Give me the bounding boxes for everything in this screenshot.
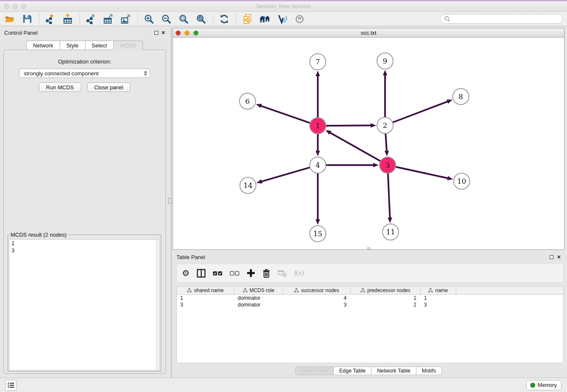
zoom-fit-button[interactable] [178, 13, 189, 25]
zoom-in-button[interactable] [143, 13, 154, 25]
export-image-button[interactable] [120, 13, 131, 25]
vizmapper-icon [277, 14, 287, 24]
tab-select[interactable]: Select [85, 41, 114, 50]
save-icon [22, 14, 32, 24]
table-cell[interactable]: dominator [234, 295, 283, 301]
table-cell[interactable]: 1 [421, 295, 456, 301]
table-row[interactable]: 1dominator411 [177, 295, 563, 301]
control-panel-title: Control Panel [4, 30, 38, 36]
table-settings-button[interactable]: ⚙ [182, 267, 190, 279]
optimization-criterion-label: Optimization criterion: [4, 50, 165, 65]
tab-edge-table[interactable]: Edge Table [334, 367, 372, 375]
graph-edge-3-1[interactable] [330, 133, 381, 161]
graph-edge-1-6[interactable] [260, 106, 310, 123]
column-header-label: predecessor nodes [367, 287, 410, 293]
result-scrollbar[interactable] [156, 240, 160, 370]
status-bar: Memory [0, 378, 567, 392]
tab-mcds[interactable]: MCDS [114, 41, 143, 50]
export-network-button[interactable] [85, 13, 96, 25]
table-cell[interactable]: 3 [421, 301, 456, 308]
graph-edge-4-14[interactable] [261, 167, 310, 182]
close-panel-icon[interactable]: × [162, 31, 165, 35]
table-cell[interactable]: 3 [177, 301, 234, 308]
open-session-button[interactable] [4, 13, 15, 25]
network-window-titlebar[interactable]: × − + scc.txt [173, 28, 564, 38]
network-file-button[interactable] [242, 13, 253, 25]
zoom-out-button[interactable] [161, 13, 172, 25]
column-header-MCDS-role[interactable]: MCDS role [234, 287, 283, 294]
column-header-predecessor-nodes[interactable]: predecessor nodes [351, 287, 421, 294]
column-header-successor-nodes[interactable]: successor nodes [283, 287, 351, 294]
delete-table-button[interactable] [278, 267, 287, 279]
import-table-button[interactable] [62, 13, 73, 25]
float-panel-icon[interactable] [154, 31, 158, 35]
tab-style[interactable]: Style [60, 41, 85, 50]
home-button[interactable] [259, 13, 270, 25]
mcds-result-area[interactable]: 13 [9, 239, 160, 370]
node-label-4: 4 [316, 161, 320, 169]
canvas-resize-handle-icon[interactable] [367, 247, 370, 249]
edge-arrowhead-icon [256, 179, 262, 184]
column-type-icon [243, 288, 248, 293]
edge-arrowhead-icon [446, 99, 452, 104]
close-table-panel-icon[interactable]: × [557, 255, 561, 259]
column-header-label: shared name [194, 287, 223, 293]
split-pane-icon [197, 269, 206, 278]
select-all-rows-button[interactable] [213, 267, 223, 279]
trash-icon [262, 269, 270, 278]
tab-network-table[interactable]: Network Table [372, 367, 416, 375]
table-cell[interactable]: 1 [351, 295, 421, 301]
show-graphics-details-button[interactable] [294, 13, 305, 25]
node-label-8: 8 [459, 92, 463, 101]
export-table-button[interactable] [103, 13, 114, 25]
apply-layout-button[interactable] [219, 13, 230, 25]
toggle-column-pane-button[interactable] [197, 267, 206, 279]
tab-node-table[interactable]: Node Table [295, 367, 334, 375]
graph-edge-1-2[interactable] [326, 125, 372, 126]
graph-edge-2-3[interactable] [385, 133, 387, 152]
float-table-panel-icon[interactable] [550, 255, 553, 259]
table-toolbar: ⚙ [176, 264, 564, 282]
save-session-button[interactable] [22, 13, 33, 25]
create-column-button[interactable] [247, 267, 255, 279]
export-table-icon [103, 14, 113, 24]
table-cell[interactable]: 4 [283, 295, 351, 301]
table-cell[interactable]: 2 [351, 301, 421, 308]
zoom-selected-icon [196, 14, 206, 24]
table-cell[interactable]: 1 [177, 295, 234, 301]
graph-edge-3-11[interactable] [388, 173, 390, 218]
import-network-icon [45, 14, 55, 24]
search-input[interactable] [450, 16, 559, 22]
run-mcds-button[interactable]: Run MCDS [39, 83, 81, 92]
tab-network[interactable]: Network [26, 41, 60, 50]
graph-edge-2-8[interactable] [393, 101, 448, 122]
table-row[interactable]: 3dominator323 [177, 301, 563, 308]
column-header-shared-name[interactable]: shared name [177, 287, 234, 294]
panel-divider[interactable] [168, 27, 173, 378]
task-history-button[interactable] [5, 380, 17, 391]
divider-handle-icon[interactable] [168, 198, 172, 204]
import-network-button[interactable] [45, 13, 56, 25]
graph-edge-3-10[interactable] [396, 167, 449, 178]
mcds-result-line: 1 [9, 240, 160, 247]
zoom-out-icon [161, 14, 171, 24]
column-header-name[interactable]: name [421, 287, 456, 294]
vizmapper-button[interactable] [277, 13, 288, 25]
table-cell[interactable]: dominator [234, 301, 283, 308]
function-builder-button[interactable]: f(x) [294, 267, 304, 279]
network-canvas[interactable]: 7968124314101511 [173, 38, 564, 249]
zoom-selected-button[interactable] [195, 13, 206, 25]
tab-motifs[interactable]: Motifs [416, 367, 442, 375]
close-panel-button[interactable]: Close panel [87, 83, 131, 92]
edge-arrowhead-icon [256, 104, 262, 108]
memory-button[interactable]: Memory [526, 380, 561, 390]
criterion-select[interactable]: strongly connected component [19, 69, 150, 78]
table-cell[interactable]: 3 [283, 301, 351, 308]
window-titlebar: Session: New Session [0, 1, 567, 12]
plus-icon [247, 269, 255, 277]
network-graph[interactable]: 7968124314101511 [173, 38, 564, 249]
column-type-icon [187, 288, 192, 293]
delete-column-button[interactable] [262, 267, 270, 279]
edge-arrowhead-icon [316, 71, 320, 76]
deselect-all-rows-button[interactable] [230, 267, 239, 279]
